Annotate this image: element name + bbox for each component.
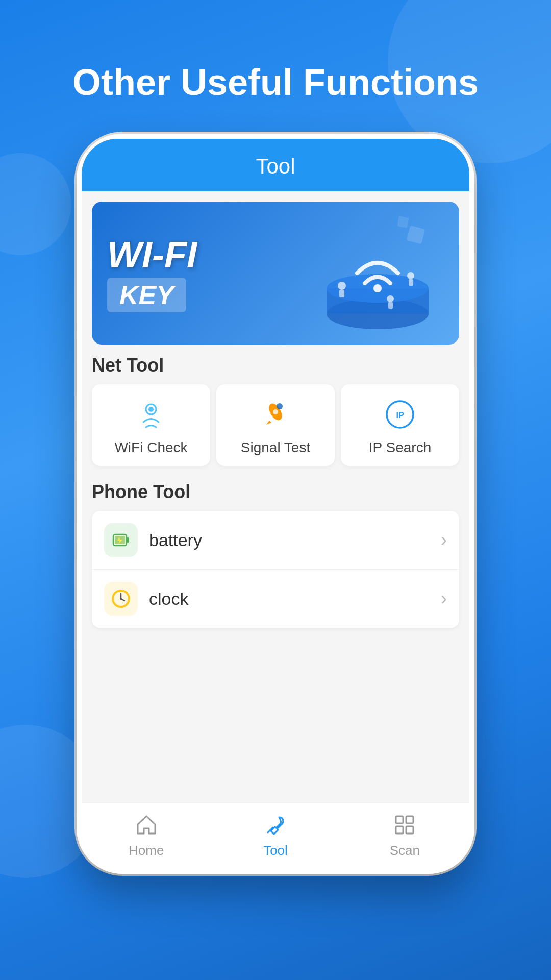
phone-tool-title: Phone Tool <box>92 481 459 503</box>
clock-label: clock <box>149 589 441 609</box>
scan-icon <box>391 811 418 839</box>
net-tool-title: Net Tool <box>92 355 459 376</box>
home-nav-label: Home <box>129 843 164 859</box>
scan-nav-label: Scan <box>390 843 420 859</box>
clock-icon <box>104 582 138 616</box>
wifi-banner: WI-FI KEY <box>92 202 459 345</box>
wifi-check-icon <box>133 397 169 432</box>
nav-item-home[interactable]: Home <box>82 811 211 859</box>
battery-icon <box>104 523 138 557</box>
bottom-nav: Home Tool <box>82 802 469 869</box>
tool-nav-label: Tool <box>263 843 288 859</box>
ip-search-label: IP Search <box>369 439 431 456</box>
net-tool-section: Net Tool WiFi Check <box>82 345 469 471</box>
svg-rect-29 <box>406 816 413 823</box>
tool-icon <box>262 811 289 839</box>
svg-rect-31 <box>406 826 413 834</box>
svg-text:IP: IP <box>396 411 404 420</box>
svg-point-8 <box>387 295 394 302</box>
svg-rect-11 <box>397 216 409 228</box>
home-icon <box>133 811 160 839</box>
svg-point-3 <box>373 284 382 292</box>
signal-test-icon <box>258 397 293 432</box>
banner-text: WI-FI KEY <box>107 234 197 312</box>
clock-chevron-icon: › <box>441 588 447 609</box>
svg-point-6 <box>407 272 414 279</box>
ip-search-icon: IP <box>382 397 418 432</box>
key-label: KEY <box>107 278 186 312</box>
bg-decoration-3 <box>0 153 71 255</box>
svg-rect-7 <box>409 279 413 286</box>
phone-tool-section: Phone Tool battery › <box>82 471 469 633</box>
signal-test-card[interactable]: Signal Test <box>216 384 335 466</box>
clock-item[interactable]: clock › <box>92 570 459 628</box>
wifi-check-label: WiFi Check <box>114 439 187 456</box>
app-header: Tool <box>82 139 469 191</box>
ip-search-card[interactable]: IP IP Search <box>341 384 459 466</box>
net-tool-cards: WiFi Check Signal Test <box>92 384 459 466</box>
svg-point-26 <box>120 598 122 600</box>
svg-rect-20 <box>127 537 129 543</box>
svg-rect-10 <box>407 226 425 244</box>
battery-label: battery <box>149 530 441 550</box>
svg-point-13 <box>148 407 154 412</box>
battery-item[interactable]: battery › <box>92 511 459 570</box>
content-spacer <box>82 633 469 802</box>
wifi-check-card[interactable]: WiFi Check <box>92 384 210 466</box>
nav-item-tool[interactable]: Tool <box>211 811 340 859</box>
svg-rect-30 <box>396 826 403 834</box>
wifi-label: WI-FI <box>107 234 197 276</box>
phone-screen: Tool WI-FI KEY <box>77 134 474 874</box>
svg-point-4 <box>338 282 346 290</box>
svg-rect-5 <box>339 290 344 297</box>
svg-point-15 <box>273 409 278 414</box>
app-header-title: Tool <box>256 154 295 178</box>
signal-test-label: Signal Test <box>241 439 310 456</box>
phone-mockup: Tool WI-FI KEY <box>77 134 474 874</box>
phone-tool-list: battery › clock › <box>92 511 459 628</box>
wifi-illustration <box>311 212 444 334</box>
svg-rect-9 <box>388 302 393 309</box>
nav-item-scan[interactable]: Scan <box>340 811 469 859</box>
svg-rect-28 <box>396 816 403 823</box>
battery-chevron-icon: › <box>441 529 447 551</box>
page-title: Other Useful Functions <box>72 61 479 103</box>
svg-point-16 <box>277 403 283 409</box>
